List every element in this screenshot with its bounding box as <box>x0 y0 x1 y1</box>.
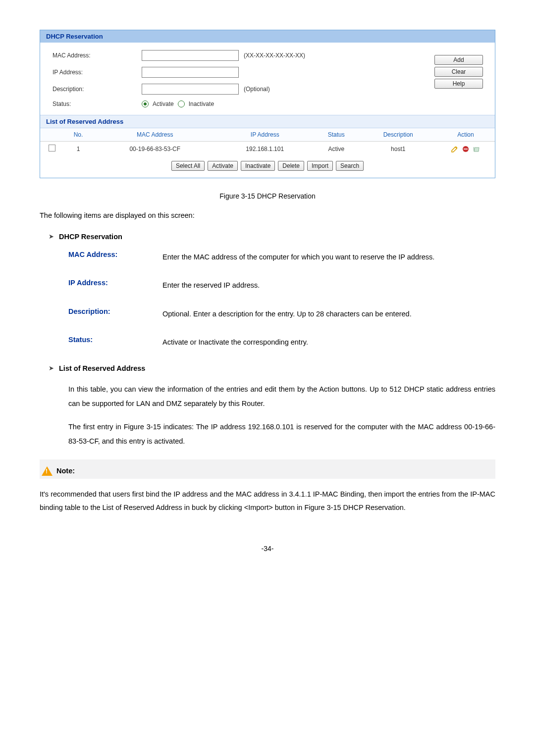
list-description-1: In this table, you can view the informat… <box>68 382 495 411</box>
table-button-row: Select All Activate Inactivate Delete Im… <box>40 156 495 178</box>
warning-icon <box>42 466 53 476</box>
info-icon[interactable] <box>473 145 481 153</box>
ip-address-label: IP Address: <box>53 69 142 76</box>
def-status-text: Activate or Inactivate the corresponding… <box>162 336 495 350</box>
section-list-reserved: ➤ List of Reserved Address <box>49 364 495 372</box>
row-checkbox[interactable] <box>49 145 55 151</box>
arrow-icon: ➤ <box>49 233 54 240</box>
section-dhcp-reservation: ➤ DHCP Reservation <box>49 233 495 241</box>
edit-icon[interactable] <box>451 145 459 153</box>
cell-mac: 00-19-66-83-53-CF <box>93 142 217 156</box>
cell-desc: host1 <box>360 142 436 156</box>
activate-radio-label: Activate <box>153 101 174 107</box>
note-box: Note: <box>40 459 495 479</box>
table-row: 1 00-19-66-83-53-CF 192.168.1.101 Active… <box>40 142 495 156</box>
def-mac-text: Enter the MAC address of the computer fo… <box>162 251 495 264</box>
description-input[interactable] <box>142 84 239 95</box>
help-button[interactable]: Help <box>434 79 483 89</box>
cell-status: Active <box>313 142 360 156</box>
activate-button[interactable]: Activate <box>208 161 238 171</box>
list-title: List of Reserved Address <box>40 115 495 128</box>
col-action: Action <box>436 128 495 142</box>
delete-button[interactable]: Delete <box>278 161 304 171</box>
cell-no: 1 <box>64 142 93 156</box>
def-ip-label: IP Address: <box>68 279 162 293</box>
arrow-icon: ➤ <box>49 364 54 372</box>
def-mac-label: MAC Address: <box>68 251 162 264</box>
ip-address-input[interactable] <box>142 67 239 78</box>
import-button[interactable]: Import <box>307 161 333 171</box>
dhcp-reservation-panel: DHCP Reservation MAC Address: (XX-XX-XX-… <box>40 30 495 178</box>
panel-title: DHCP Reservation <box>40 30 495 43</box>
clear-button[interactable]: Clear <box>434 67 483 77</box>
select-all-button[interactable]: Select All <box>171 161 205 171</box>
activate-radio[interactable] <box>142 101 149 107</box>
search-button[interactable]: Search <box>336 161 364 171</box>
inactivate-button[interactable]: Inactivate <box>241 161 275 171</box>
add-button[interactable]: Add <box>434 55 483 65</box>
figure-caption: Figure 3-15 DHCP Reservation <box>40 192 495 200</box>
inactivate-radio[interactable] <box>178 101 185 107</box>
def-status-label: Status: <box>68 336 162 350</box>
def-ip-text: Enter the reserved IP address. <box>162 279 495 293</box>
svg-rect-1 <box>464 149 468 150</box>
reserved-address-table: No. MAC Address IP Address Status Descri… <box>40 128 495 156</box>
intro-text: The following items are displayed on thi… <box>40 209 495 223</box>
page-number: -34- <box>40 545 495 553</box>
inactivate-radio-label: Inactivate <box>189 101 214 107</box>
description-label: Description: <box>53 86 142 93</box>
status-label: Status: <box>53 101 142 107</box>
delete-icon[interactable] <box>462 145 470 153</box>
col-ip: IP Address <box>217 128 313 142</box>
note-title: Note: <box>56 467 75 475</box>
mac-format-hint: (XX-XX-XX-XX-XX-XX) <box>244 52 305 59</box>
cell-ip: 192.168.1.101 <box>217 142 313 156</box>
mac-address-input[interactable] <box>142 50 239 61</box>
note-body: It's recommended that users first bind t… <box>40 488 495 515</box>
mac-address-label: MAC Address: <box>53 52 142 59</box>
col-desc: Description <box>360 128 436 142</box>
optional-hint: (Optional) <box>244 86 270 93</box>
col-mac: MAC Address <box>93 128 217 142</box>
def-desc-label: Description: <box>68 307 162 321</box>
list-description-2: The first entry in Figure 3-15 indicates… <box>68 420 495 449</box>
col-status: Status <box>313 128 360 142</box>
def-desc-text: Optional. Enter a description for the en… <box>162 307 495 321</box>
form-area: MAC Address: (XX-XX-XX-XX-XX-XX) IP Addr… <box>40 43 495 115</box>
col-no: No. <box>64 128 93 142</box>
